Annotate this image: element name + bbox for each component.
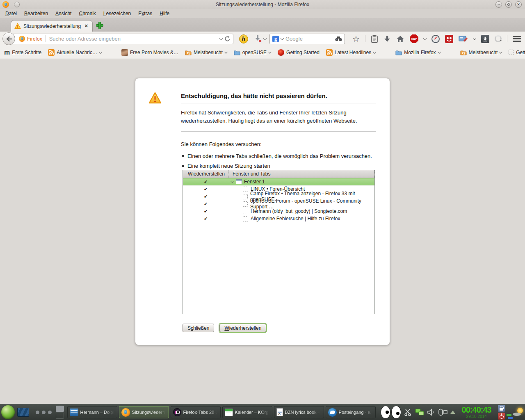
bookmark-meistbesucht[interactable]: Meistbesucht xyxy=(185,50,227,55)
xeyes-icon[interactable] xyxy=(381,406,401,419)
tree-row-tab[interactable]: openSUSE Forum - openSUSE Linux - Commun… xyxy=(183,200,374,208)
chevron-down-icon xyxy=(268,50,272,53)
back-icon xyxy=(6,36,12,42)
binoculars-icon[interactable] xyxy=(335,36,342,41)
power-icon[interactable] xyxy=(498,413,505,420)
gauge-icon[interactable] xyxy=(431,35,440,43)
close-button[interactable]: ✕ xyxy=(515,1,522,8)
column-wiederherstellen[interactable]: Wiederherstellen xyxy=(183,170,228,178)
new-tab-button[interactable] xyxy=(96,22,103,28)
clock-widget[interactable]: 00:40:43 29.10.2014 xyxy=(458,406,495,419)
bookmark-latest-headlines[interactable]: Latest Headlines xyxy=(326,49,376,56)
back-button[interactable] xyxy=(2,32,15,45)
bookmark-mozilla-firefox[interactable]: Mozilla Firefox xyxy=(395,50,440,55)
search-engine-dropdown-icon[interactable] xyxy=(281,37,284,40)
bookmark-free-porn-movies[interactable]: Free Porn Movies &… xyxy=(121,49,178,56)
downloads-icon[interactable] xyxy=(383,35,391,43)
download-disabled-button[interactable]: ✕ xyxy=(253,35,262,43)
checkmark-icon[interactable] xyxy=(204,216,208,221)
opensuse-launcher-icon[interactable] xyxy=(1,405,15,419)
task-okular[interactable]: Firefox-Tabs 28-10 xyxy=(171,406,221,418)
lock-icon[interactable] xyxy=(498,405,505,412)
smiley-icon[interactable] xyxy=(445,35,453,43)
checkmark-icon[interactable] xyxy=(204,186,208,192)
menu-bearbeiten[interactable]: Bearbeiten xyxy=(21,10,52,17)
menu-hilfe[interactable]: Hilfe xyxy=(156,10,173,17)
h-addon-button[interactable]: h xyxy=(239,34,248,43)
rss-icon xyxy=(326,49,333,56)
restore-button[interactable]: Wiederherstellen xyxy=(219,324,266,332)
bookmark-meistbesucht-2[interactable]: Meistbesucht xyxy=(460,50,502,55)
checkmark-icon[interactable] xyxy=(204,201,208,207)
checkmark-icon[interactable] xyxy=(204,208,208,214)
urlbar[interactable]: Firefox xyxy=(9,34,233,44)
tree-row-tab[interactable]: Hermann (oldy_but_goody) | Songtexte.com xyxy=(183,208,374,215)
workspace-pager[interactable] xyxy=(56,406,64,419)
spinner-icon[interactable] xyxy=(495,35,502,42)
bookmark-aktuelle-nachrichten[interactable]: Aktuelle Nachric… xyxy=(48,49,102,56)
warning-icon xyxy=(14,23,21,29)
network-icon[interactable] xyxy=(415,409,424,416)
minimize-button[interactable] xyxy=(495,1,502,8)
weather-icon[interactable] xyxy=(513,408,524,417)
sysmon-icon[interactable] xyxy=(507,414,513,420)
task-firefox[interactable]: Sitzungswiederhers xyxy=(119,406,169,418)
reload-icon[interactable] xyxy=(224,36,231,42)
checkmark-icon[interactable] xyxy=(204,194,208,199)
workspace-2[interactable] xyxy=(56,413,64,419)
tab-sitzungswiederherstellung[interactable]: Sitzungswiederherstellung ✕ xyxy=(11,20,93,32)
warning-icon xyxy=(148,92,162,104)
maximize-button[interactable] xyxy=(505,1,512,8)
search-input[interactable] xyxy=(285,36,335,42)
twisty-icon[interactable] xyxy=(231,179,234,183)
download-box-icon[interactable] xyxy=(481,35,489,43)
menu-chronik[interactable]: Chronik xyxy=(75,10,99,17)
urlbar-identity-badge[interactable]: Firefox xyxy=(19,36,42,42)
bookmark-getting-started-2[interactable]: Getting Started xyxy=(509,50,525,55)
tray-expand-icon[interactable] xyxy=(450,411,455,414)
menu-lesezeichen[interactable]: Lesezeichen xyxy=(100,10,135,17)
search-bar[interactable]: g xyxy=(269,34,345,44)
home-icon[interactable] xyxy=(396,35,404,43)
close-button[interactable]: Schließen xyxy=(183,324,214,332)
adblock-dropdown-icon[interactable] xyxy=(423,37,427,40)
scissors-icon[interactable] xyxy=(404,408,412,416)
screengrab-dropdown-icon[interactable] xyxy=(473,37,476,40)
column-fenster-und-tabs[interactable]: Fenster und Tabs xyxy=(228,170,374,178)
suggestions-intro: Sie können Folgendes versuchen: xyxy=(181,141,376,147)
clock-date: 29.10.2014 xyxy=(458,415,495,419)
menu-ansicht[interactable]: Ansicht xyxy=(52,10,75,17)
task-korganizer[interactable]: Kalender – KOrgani xyxy=(222,406,272,418)
tree-row-window[interactable]: Fenster 1 xyxy=(183,178,374,185)
menu-icon[interactable] xyxy=(513,36,521,42)
tree-row-tab[interactable]: Allgemeine Fehlersuche | Hilfe zu Firefo… xyxy=(183,215,374,222)
bookmark-getting-started[interactable]: Getting Started xyxy=(278,49,320,56)
volume-icon[interactable] xyxy=(427,409,435,416)
google-icon[interactable]: g xyxy=(272,36,279,42)
window-title: Sitzungswiederherstellung - Mozilla Fire… xyxy=(0,2,525,7)
session-tree[interactable]: Wiederherstellen Fenster und Tabs Fenste… xyxy=(183,170,375,314)
menu-extras[interactable]: Extras xyxy=(135,10,156,17)
task-thunderbird[interactable]: Posteingang - e.un xyxy=(326,406,376,418)
bookmark-erste-schritte[interactable]: mErste Schritte xyxy=(4,49,41,56)
task-bzn-lyrics[interactable]: BZN lyrics book – C xyxy=(274,406,324,418)
workspace-1[interactable] xyxy=(56,406,64,412)
titlebar-round-button[interactable] xyxy=(14,2,20,7)
checkmark-icon[interactable] xyxy=(204,179,208,185)
urlbar-dropdown-icon[interactable] xyxy=(219,37,223,40)
adblock-plus-icon[interactable]: ABP xyxy=(410,34,418,43)
screengrab-icon[interactable] xyxy=(459,35,468,43)
clipboard-icon[interactable] xyxy=(371,35,378,43)
bookmark-star-icon[interactable]: ☆ xyxy=(352,35,360,43)
desktop-icon[interactable] xyxy=(17,408,29,417)
urlbar-input[interactable] xyxy=(49,36,218,42)
pager-dots-icon[interactable] xyxy=(36,411,52,414)
menu-datei[interactable]: Datei xyxy=(2,10,21,17)
tab-close-icon[interactable]: ✕ xyxy=(84,23,89,29)
download-dropdown-icon[interactable] xyxy=(263,37,267,40)
display-switch-icon[interactable] xyxy=(438,409,447,416)
bookmark-opensuse[interactable]: openSUSE xyxy=(234,50,271,55)
bookmarks-toolbar: mErste Schritte Aktuelle Nachric… Free P… xyxy=(0,46,525,59)
task-dolphin[interactable]: Hermann – Dolphin xyxy=(67,406,117,418)
mozilla-m-icon: m xyxy=(4,49,10,56)
